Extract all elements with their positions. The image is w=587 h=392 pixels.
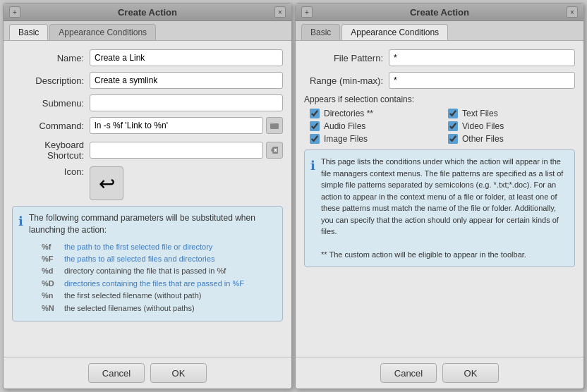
right-tab-appearance[interactable]: Appearance Conditions [341, 24, 448, 40]
right-tabs: Basic Appearance Conditions [296, 21, 583, 41]
right-plus-button[interactable]: + [301, 6, 313, 18]
left-ok-button[interactable]: OK [150, 363, 207, 383]
param-row: %n the first selected filename (without … [42, 290, 275, 301]
backspace-icon [271, 147, 278, 154]
checkbox-audio-files: Audio Files [310, 121, 437, 131]
params-table: %f the path to the first selected file o… [40, 240, 277, 315]
left-tabs: Basic Appearance Conditions [4, 21, 291, 41]
info-text: The following command parameters will be… [29, 212, 277, 236]
left-content: Name: Description: Submenu: Command: [4, 41, 291, 357]
info-box: ℹ The following command parameters will … [12, 206, 283, 321]
right-tab-basic[interactable]: Basic [301, 24, 340, 40]
svg-rect-1 [270, 123, 274, 124]
param-key: %N [42, 303, 63, 314]
left-plus-button[interactable]: + [9, 6, 20, 18]
checkbox-image-files-input[interactable] [310, 134, 320, 144]
param-desc: the path to the first selected file or d… [64, 242, 275, 252]
name-label: Name: [12, 53, 90, 63]
param-key: %n [42, 290, 63, 301]
checkbox-audio-files-label: Audio Files [324, 121, 365, 131]
param-desc: the selected filenames (without paths) [64, 303, 275, 314]
param-key: %f [42, 242, 63, 252]
param-row: %D directories containing the files that… [42, 278, 275, 289]
checkbox-other-files-input[interactable] [448, 134, 458, 144]
range-row: Range (min-max): [304, 72, 575, 89]
icon-row: Icon: ↩ [12, 166, 283, 200]
checkbox-video-files: Video Files [448, 121, 575, 131]
checkbox-image-files: Image Files [310, 134, 437, 144]
param-desc: the first selected filename (without pat… [64, 290, 275, 301]
appears-section: Appears if selection contains: Directori… [304, 94, 575, 144]
right-dialog: + Create Action × Basic Appearance Condi… [295, 3, 584, 389]
right-info-icon: ℹ [310, 157, 315, 261]
file-pattern-row: File Pattern: [304, 49, 575, 66]
keyboard-clear-button[interactable] [266, 142, 283, 159]
submenu-label: Submenu: [12, 98, 90, 109]
left-tab-basic[interactable]: Basic [9, 24, 48, 40]
command-browse-button[interactable] [266, 117, 283, 134]
checkbox-video-files-input[interactable] [448, 121, 458, 131]
description-input[interactable] [90, 72, 283, 89]
keyboard-label: Keyboard Shortcut: [12, 140, 90, 161]
right-close-button[interactable]: × [567, 6, 578, 18]
right-ok-button[interactable]: OK [442, 363, 499, 383]
keyboard-input[interactable] [90, 142, 263, 159]
param-desc: directories containing the files that ar… [64, 278, 275, 289]
param-key: %D [42, 278, 63, 289]
keyboard-row-inner [90, 142, 283, 159]
right-content: File Pattern: Range (min-max): Appears i… [296, 41, 583, 357]
left-footer: Cancel OK [4, 357, 291, 388]
icon-label: Icon: [12, 166, 90, 177]
folder-icon [270, 121, 279, 130]
command-row: Command: [12, 117, 283, 134]
description-row: Description: [12, 72, 283, 89]
file-pattern-label: File Pattern: [304, 53, 389, 63]
checkboxes-grid: Directories ** Text Files Audio Files Vi… [310, 109, 575, 144]
command-row-inner [90, 117, 283, 134]
param-key: %F [42, 254, 63, 264]
checkbox-audio-files-input[interactable] [310, 121, 320, 131]
checkbox-directories-label: Directories ** [324, 109, 373, 118]
right-cancel-button[interactable]: Cancel [380, 363, 437, 383]
param-desc: the paths to all selected files and dire… [64, 254, 275, 264]
param-row: %d directory containing the file that is… [42, 266, 275, 276]
name-input[interactable] [90, 49, 283, 66]
submenu-row: Submenu: [12, 94, 283, 111]
checkbox-other-files: Other Files [448, 134, 575, 144]
checkbox-image-files-label: Image Files [324, 134, 368, 144]
checkbox-directories-input[interactable] [310, 109, 320, 118]
right-dialog-title: Create Action [313, 7, 567, 18]
submenu-input[interactable] [90, 94, 283, 111]
checkbox-text-files: Text Files [448, 109, 575, 118]
svg-marker-2 [271, 147, 278, 154]
param-row: %F the paths to all selected files and d… [42, 254, 275, 264]
description-label: Description: [12, 75, 90, 86]
left-cancel-button[interactable]: Cancel [88, 363, 145, 383]
command-input[interactable] [90, 117, 263, 134]
range-input[interactable] [389, 72, 575, 89]
left-dialog: + Create Action × Basic Appearance Condi… [3, 3, 292, 389]
left-close-button[interactable]: × [274, 6, 286, 18]
svg-rect-0 [270, 123, 279, 129]
info-content: The following command parameters will be… [29, 212, 277, 315]
param-row: %N the selected filenames (without paths… [42, 303, 275, 314]
checkbox-directories: Directories ** [310, 109, 437, 118]
keyboard-row: Keyboard Shortcut: [12, 140, 283, 161]
file-pattern-input[interactable] [389, 49, 575, 66]
param-row: %f the path to the first selected file o… [42, 242, 275, 252]
checkbox-text-files-label: Text Files [462, 109, 498, 118]
checkbox-other-files-label: Other Files [462, 134, 504, 144]
param-key: %d [42, 266, 63, 276]
left-dialog-title: Create Action [20, 7, 274, 18]
left-tab-appearance[interactable]: Appearance Conditions [49, 24, 156, 40]
checkbox-text-files-input[interactable] [448, 109, 458, 118]
appears-label: Appears if selection contains: [304, 94, 575, 104]
param-desc: directory containing the file that is pa… [64, 266, 275, 276]
right-info-text: This page lists the conditions under whi… [321, 156, 569, 261]
left-titlebar: + Create Action × [4, 4, 291, 21]
name-row: Name: [12, 49, 283, 66]
checkbox-video-files-label: Video Files [462, 121, 504, 131]
info-icon: ℹ [18, 213, 23, 315]
range-label: Range (min-max): [304, 75, 389, 86]
icon-preview-button[interactable]: ↩ [90, 166, 123, 200]
